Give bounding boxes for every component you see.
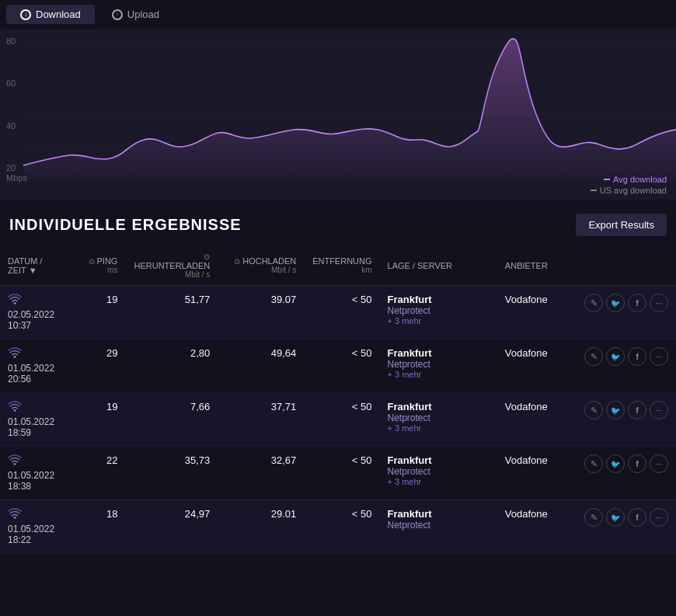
chart-legend: Avg download US avg download — [591, 175, 667, 195]
cell-distance: < 50 — [304, 447, 379, 500]
cell-ping: 22 — [78, 447, 126, 500]
cell-actions: ✎ 🐦 f ··· — [576, 393, 676, 447]
cell-distance: < 50 — [304, 393, 379, 447]
cell-upload: 32,67 — [218, 447, 304, 500]
share-icon[interactable]: ··· — [650, 401, 668, 419]
edit-icon[interactable]: ✎ — [584, 401, 603, 419]
tab-download-label: Download — [36, 9, 81, 20]
export-button[interactable]: Export Results — [576, 214, 667, 236]
server-city: Frankfurt — [388, 401, 490, 412]
cell-download: 51,77 — [125, 286, 218, 339]
server-city: Frankfurt — [388, 294, 490, 305]
cell-download: 24,97 — [125, 500, 218, 554]
y-label-20: 20 — [6, 163, 16, 172]
th-datetime[interactable]: DATUM /ZEIT ▼ — [0, 245, 78, 286]
facebook-icon[interactable]: f — [628, 347, 646, 366]
table-row: 02.05.2022 10:37 1951,7739.07< 50 Frankf… — [0, 286, 676, 339]
twitter-icon[interactable]: 🐦 — [606, 508, 625, 527]
y-label-80: 80 — [6, 37, 16, 46]
cell-upload: 39.07 — [218, 286, 304, 339]
cell-datetime: 01.05.2022 20:56 — [0, 339, 78, 393]
server-city: Frankfurt — [388, 347, 490, 359]
cell-time: 18:22 — [8, 534, 71, 545]
tab-upload-label: Upload — [127, 9, 159, 20]
y-label-60: 60 — [6, 78, 16, 88]
cell-ping: 29 — [78, 339, 126, 393]
cell-download: 35,73 — [125, 447, 218, 500]
th-distance: ENTFERNUNG km — [304, 245, 379, 286]
y-label-40: 40 — [6, 121, 16, 131]
cell-server: Frankfurt Netprotect — [380, 500, 497, 554]
legend-us-dot — [591, 190, 597, 191]
tab-upload[interactable]: ↑ Upload — [98, 5, 173, 24]
twitter-icon[interactable]: 🐦 — [606, 401, 625, 419]
svg-point-6 — [14, 356, 16, 358]
legend-us-avg: US avg download — [591, 186, 667, 195]
facebook-icon[interactable]: f — [628, 508, 646, 527]
legend-us-label: US avg download — [600, 186, 667, 195]
server-more[interactable]: + 3 mehr — [388, 423, 490, 433]
cell-distance: < 50 — [304, 339, 379, 393]
th-actions — [576, 245, 676, 286]
cell-ping: 19 — [78, 286, 126, 339]
cell-provider: Vodafone — [497, 393, 576, 447]
table-row: 01.05.2022 18:38 2235,7332,67< 50 Frankf… — [0, 447, 676, 500]
table-row: 01.05.2022 18:59 197,6637,71< 50 Frankfu… — [0, 393, 676, 447]
cell-server: Frankfurt Netprotect + 3 mehr — [380, 447, 497, 500]
edit-icon[interactable]: ✎ — [584, 347, 603, 366]
tab-bar: ↓ Download ↑ Upload — [0, 0, 676, 29]
facebook-icon[interactable]: f — [628, 294, 646, 312]
table-row: 01.05.2022 20:56 292,8049,64< 50 Frankfu… — [0, 339, 676, 393]
server-name: Netprotect — [388, 412, 490, 423]
cell-upload: 37,71 — [218, 393, 304, 447]
cell-date: 01.05.2022 — [8, 470, 71, 481]
svg-point-7 — [14, 409, 16, 412]
twitter-icon[interactable]: 🐦 — [606, 347, 625, 366]
server-name: Netprotect — [388, 359, 490, 370]
cell-time: 20:56 — [8, 374, 71, 385]
wifi-icon — [8, 294, 22, 305]
cell-date: 01.05.2022 — [8, 524, 71, 534]
chart-y-labels: 80 60 40 20 — [6, 37, 16, 172]
cell-datetime: 01.05.2022 18:38 — [0, 447, 78, 500]
cell-actions: ✎ 🐦 f ··· — [576, 500, 676, 554]
cell-provider: Vodafone — [497, 500, 576, 554]
wifi-icon — [8, 508, 22, 519]
speed-chart: 80 60 40 20 Mbps Avg download US avg dow… — [0, 29, 676, 200]
download-tab-icon: ↓ — [20, 9, 31, 20]
th-ping: ⊙ PING ms — [78, 245, 126, 286]
th-download: ⊙ HERUNTERLADEN Mbit / s — [125, 245, 218, 286]
cell-time: 18:38 — [8, 481, 71, 492]
cell-download: 2,80 — [125, 339, 218, 393]
cell-datetime: 01.05.2022 18:59 — [0, 393, 78, 447]
edit-icon[interactable]: ✎ — [584, 454, 603, 473]
server-more[interactable]: + 3 mehr — [388, 316, 490, 325]
cell-distance: < 50 — [304, 500, 379, 554]
edit-icon[interactable]: ✎ — [584, 508, 603, 527]
edit-icon[interactable]: ✎ — [584, 294, 603, 312]
results-table: DATUM /ZEIT ▼ ⊙ PING ms ⊙ HERUNTERLADEN … — [0, 245, 676, 554]
facebook-icon[interactable]: f — [628, 401, 646, 419]
server-city: Frankfurt — [388, 508, 490, 520]
share-icon[interactable]: ··· — [650, 347, 668, 366]
share-icon[interactable]: ··· — [650, 294, 668, 312]
legend-avg-dot — [604, 179, 610, 180]
cell-date: 01.05.2022 — [8, 363, 71, 374]
share-icon[interactable]: ··· — [650, 454, 668, 473]
cell-actions: ✎ 🐦 f ··· — [576, 339, 676, 393]
cell-ping: 18 — [78, 500, 126, 554]
server-name: Netprotect — [388, 466, 490, 477]
table-row: 01.05.2022 18:22 1824,9729.01< 50 Frankf… — [0, 500, 676, 554]
twitter-icon[interactable]: 🐦 — [606, 294, 625, 312]
cell-time: 10:37 — [8, 320, 71, 331]
svg-point-9 — [14, 517, 16, 519]
cell-actions: ✎ 🐦 f ··· — [576, 447, 676, 500]
server-more[interactable]: + 3 mehr — [388, 477, 490, 486]
tab-download[interactable]: ↓ Download — [6, 5, 95, 24]
facebook-icon[interactable]: f — [628, 454, 646, 473]
server-more[interactable]: + 3 mehr — [388, 370, 490, 379]
legend-avg-label: Avg download — [613, 175, 667, 184]
server-name: Netprotect — [388, 520, 490, 531]
share-icon[interactable]: ··· — [650, 508, 668, 527]
twitter-icon[interactable]: 🐦 — [606, 454, 625, 473]
